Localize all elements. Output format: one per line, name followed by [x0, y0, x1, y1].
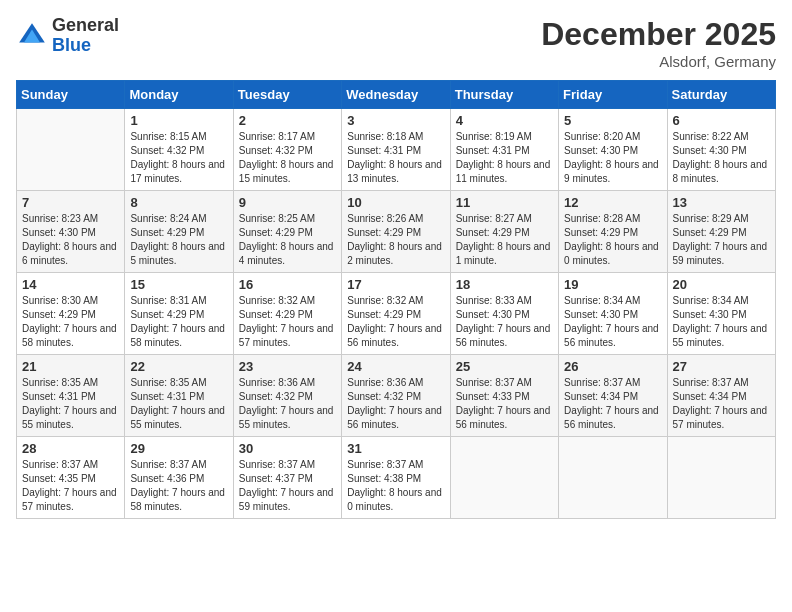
calendar-cell: 11Sunrise: 8:27 AMSunset: 4:29 PMDayligh… [450, 191, 558, 273]
calendar-header-wednesday: Wednesday [342, 81, 450, 109]
calendar-cell: 3Sunrise: 8:18 AMSunset: 4:31 PMDaylight… [342, 109, 450, 191]
logo-icon [16, 20, 48, 52]
calendar-header-sunday: Sunday [17, 81, 125, 109]
day-number: 28 [22, 441, 119, 456]
day-info: Sunrise: 8:23 AMSunset: 4:30 PMDaylight:… [22, 212, 119, 268]
day-number: 16 [239, 277, 336, 292]
day-number: 8 [130, 195, 227, 210]
day-info: Sunrise: 8:22 AMSunset: 4:30 PMDaylight:… [673, 130, 770, 186]
calendar-cell: 30Sunrise: 8:37 AMSunset: 4:37 PMDayligh… [233, 437, 341, 519]
page-header: General Blue December 2025 Alsdorf, Germ… [16, 16, 776, 70]
day-info: Sunrise: 8:35 AMSunset: 4:31 PMDaylight:… [22, 376, 119, 432]
calendar-cell: 17Sunrise: 8:32 AMSunset: 4:29 PMDayligh… [342, 273, 450, 355]
day-info: Sunrise: 8:37 AMSunset: 4:34 PMDaylight:… [564, 376, 661, 432]
day-info: Sunrise: 8:15 AMSunset: 4:32 PMDaylight:… [130, 130, 227, 186]
day-info: Sunrise: 8:34 AMSunset: 4:30 PMDaylight:… [673, 294, 770, 350]
calendar-cell: 29Sunrise: 8:37 AMSunset: 4:36 PMDayligh… [125, 437, 233, 519]
day-number: 30 [239, 441, 336, 456]
day-number: 25 [456, 359, 553, 374]
day-number: 12 [564, 195, 661, 210]
day-info: Sunrise: 8:36 AMSunset: 4:32 PMDaylight:… [347, 376, 444, 432]
day-info: Sunrise: 8:19 AMSunset: 4:31 PMDaylight:… [456, 130, 553, 186]
day-number: 22 [130, 359, 227, 374]
calendar-cell: 19Sunrise: 8:34 AMSunset: 4:30 PMDayligh… [559, 273, 667, 355]
title-block: December 2025 Alsdorf, Germany [541, 16, 776, 70]
day-info: Sunrise: 8:18 AMSunset: 4:31 PMDaylight:… [347, 130, 444, 186]
day-number: 7 [22, 195, 119, 210]
calendar-cell: 2Sunrise: 8:17 AMSunset: 4:32 PMDaylight… [233, 109, 341, 191]
day-number: 27 [673, 359, 770, 374]
calendar-cell: 23Sunrise: 8:36 AMSunset: 4:32 PMDayligh… [233, 355, 341, 437]
day-number: 1 [130, 113, 227, 128]
calendar-cell: 31Sunrise: 8:37 AMSunset: 4:38 PMDayligh… [342, 437, 450, 519]
day-number: 18 [456, 277, 553, 292]
calendar-week-row: 7Sunrise: 8:23 AMSunset: 4:30 PMDaylight… [17, 191, 776, 273]
calendar-cell: 13Sunrise: 8:29 AMSunset: 4:29 PMDayligh… [667, 191, 775, 273]
day-info: Sunrise: 8:17 AMSunset: 4:32 PMDaylight:… [239, 130, 336, 186]
day-number: 9 [239, 195, 336, 210]
calendar-cell: 22Sunrise: 8:35 AMSunset: 4:31 PMDayligh… [125, 355, 233, 437]
day-number: 15 [130, 277, 227, 292]
day-number: 20 [673, 277, 770, 292]
day-number: 5 [564, 113, 661, 128]
day-info: Sunrise: 8:24 AMSunset: 4:29 PMDaylight:… [130, 212, 227, 268]
day-number: 3 [347, 113, 444, 128]
day-number: 21 [22, 359, 119, 374]
calendar-week-row: 1Sunrise: 8:15 AMSunset: 4:32 PMDaylight… [17, 109, 776, 191]
day-info: Sunrise: 8:32 AMSunset: 4:29 PMDaylight:… [347, 294, 444, 350]
calendar-cell: 26Sunrise: 8:37 AMSunset: 4:34 PMDayligh… [559, 355, 667, 437]
day-info: Sunrise: 8:20 AMSunset: 4:30 PMDaylight:… [564, 130, 661, 186]
day-number: 4 [456, 113, 553, 128]
calendar-cell: 27Sunrise: 8:37 AMSunset: 4:34 PMDayligh… [667, 355, 775, 437]
calendar-cell: 25Sunrise: 8:37 AMSunset: 4:33 PMDayligh… [450, 355, 558, 437]
day-number: 29 [130, 441, 227, 456]
calendar-header-friday: Friday [559, 81, 667, 109]
calendar-header-row: SundayMondayTuesdayWednesdayThursdayFrid… [17, 81, 776, 109]
calendar-cell: 1Sunrise: 8:15 AMSunset: 4:32 PMDaylight… [125, 109, 233, 191]
calendar-week-row: 14Sunrise: 8:30 AMSunset: 4:29 PMDayligh… [17, 273, 776, 355]
calendar-cell: 7Sunrise: 8:23 AMSunset: 4:30 PMDaylight… [17, 191, 125, 273]
calendar-cell: 9Sunrise: 8:25 AMSunset: 4:29 PMDaylight… [233, 191, 341, 273]
calendar-cell: 5Sunrise: 8:20 AMSunset: 4:30 PMDaylight… [559, 109, 667, 191]
calendar-cell: 4Sunrise: 8:19 AMSunset: 4:31 PMDaylight… [450, 109, 558, 191]
day-info: Sunrise: 8:37 AMSunset: 4:36 PMDaylight:… [130, 458, 227, 514]
day-info: Sunrise: 8:34 AMSunset: 4:30 PMDaylight:… [564, 294, 661, 350]
day-info: Sunrise: 8:31 AMSunset: 4:29 PMDaylight:… [130, 294, 227, 350]
logo-text: General Blue [52, 16, 119, 56]
day-number: 24 [347, 359, 444, 374]
day-number: 14 [22, 277, 119, 292]
day-info: Sunrise: 8:27 AMSunset: 4:29 PMDaylight:… [456, 212, 553, 268]
day-info: Sunrise: 8:32 AMSunset: 4:29 PMDaylight:… [239, 294, 336, 350]
calendar-cell: 21Sunrise: 8:35 AMSunset: 4:31 PMDayligh… [17, 355, 125, 437]
calendar-cell: 16Sunrise: 8:32 AMSunset: 4:29 PMDayligh… [233, 273, 341, 355]
day-info: Sunrise: 8:26 AMSunset: 4:29 PMDaylight:… [347, 212, 444, 268]
calendar-table: SundayMondayTuesdayWednesdayThursdayFrid… [16, 80, 776, 519]
calendar-cell: 6Sunrise: 8:22 AMSunset: 4:30 PMDaylight… [667, 109, 775, 191]
day-number: 31 [347, 441, 444, 456]
logo: General Blue [16, 16, 119, 56]
day-info: Sunrise: 8:36 AMSunset: 4:32 PMDaylight:… [239, 376, 336, 432]
day-info: Sunrise: 8:25 AMSunset: 4:29 PMDaylight:… [239, 212, 336, 268]
calendar-header-thursday: Thursday [450, 81, 558, 109]
calendar-cell: 10Sunrise: 8:26 AMSunset: 4:29 PMDayligh… [342, 191, 450, 273]
day-number: 6 [673, 113, 770, 128]
day-info: Sunrise: 8:30 AMSunset: 4:29 PMDaylight:… [22, 294, 119, 350]
calendar-header-monday: Monday [125, 81, 233, 109]
location: Alsdorf, Germany [541, 53, 776, 70]
day-info: Sunrise: 8:33 AMSunset: 4:30 PMDaylight:… [456, 294, 553, 350]
calendar-cell: 20Sunrise: 8:34 AMSunset: 4:30 PMDayligh… [667, 273, 775, 355]
calendar-cell: 24Sunrise: 8:36 AMSunset: 4:32 PMDayligh… [342, 355, 450, 437]
calendar-header-saturday: Saturday [667, 81, 775, 109]
day-info: Sunrise: 8:37 AMSunset: 4:38 PMDaylight:… [347, 458, 444, 514]
month-title: December 2025 [541, 16, 776, 53]
calendar-cell: 18Sunrise: 8:33 AMSunset: 4:30 PMDayligh… [450, 273, 558, 355]
calendar-cell: 8Sunrise: 8:24 AMSunset: 4:29 PMDaylight… [125, 191, 233, 273]
day-number: 17 [347, 277, 444, 292]
day-number: 26 [564, 359, 661, 374]
calendar-cell [17, 109, 125, 191]
day-number: 10 [347, 195, 444, 210]
day-info: Sunrise: 8:37 AMSunset: 4:37 PMDaylight:… [239, 458, 336, 514]
calendar-header-tuesday: Tuesday [233, 81, 341, 109]
day-info: Sunrise: 8:35 AMSunset: 4:31 PMDaylight:… [130, 376, 227, 432]
calendar-week-row: 28Sunrise: 8:37 AMSunset: 4:35 PMDayligh… [17, 437, 776, 519]
